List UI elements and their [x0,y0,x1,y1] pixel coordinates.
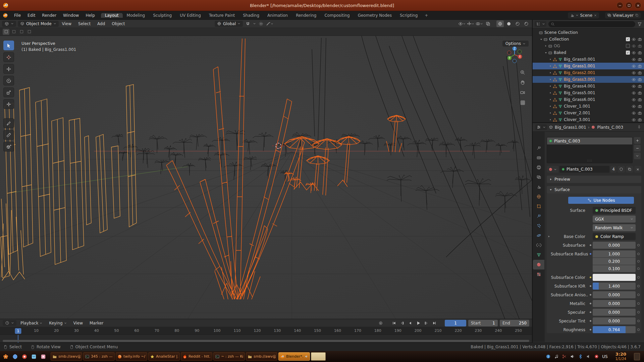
tool-move-button[interactable] [3,64,14,74]
shading-material-button[interactable] [514,20,521,27]
overlays-dropdown[interactable] [476,20,483,27]
menu-dropdown[interactable]: GGX [593,216,636,223]
launcher-redapp-icon[interactable] [20,352,29,361]
decorator-dot[interactable] [636,267,641,270]
outliner-editor-type-button[interactable] [535,21,546,27]
prev-keyframe-button[interactable] [398,320,406,326]
eye-icon[interactable] [632,98,636,102]
slot-specials-button[interactable] [634,153,641,159]
decorator-dot[interactable] [636,328,641,331]
material-name-field[interactable]: Plants_C.003 [559,166,609,173]
properties-tab-tool[interactable] [533,143,544,153]
tray-speaker-icon[interactable] [570,354,575,359]
tab-layout[interactable]: Layout [101,13,123,18]
outliner-item-label[interactable]: Baked [554,50,566,55]
outliner-item-label[interactable]: OG [554,44,560,48]
exclude-checkbox[interactable] [626,44,630,48]
viewlayer-selector[interactable]: ViewLayer [605,12,641,18]
surface-panel-header[interactable]: Surface [547,186,641,193]
decorator-dot[interactable] [636,320,641,322]
collapse-arrow-icon[interactable] [543,51,548,54]
properties-tab-scene[interactable] [533,182,544,192]
expand-arrow-icon[interactable] [548,98,553,101]
camera-icon[interactable] [638,44,642,48]
decorator-dot[interactable] [636,253,641,255]
exclude-checkbox[interactable]: ✓ [626,37,630,41]
outliner-row-big-grass6-001[interactable]: Big_Grass6.001 [533,96,644,103]
expand-arrow-icon[interactable] [543,45,548,47]
eye-icon[interactable] [632,77,636,82]
visibility-dropdown[interactable] [458,20,466,27]
outliner-item-label[interactable]: Clover_3.001 [564,117,590,122]
viewport-menu-add[interactable]: Add [94,21,108,26]
tool-select-button[interactable] [3,41,14,50]
list-resize-grip[interactable]: :::: [587,159,592,162]
tray-info-icon[interactable] [546,354,551,359]
snap-options-chevron[interactable] [253,22,256,25]
outliner-row-clover-1-001[interactable]: Clover_1.001 [533,103,644,110]
tool-scale-button[interactable] [3,87,14,97]
launcher-pinkapp-icon[interactable] [39,352,48,361]
camera-view-button[interactable] [518,88,527,97]
use-nodes-button[interactable]: Use Nodes [568,197,634,204]
remove-slot-button[interactable] [634,145,641,152]
tool-measure-button[interactable] [3,130,14,140]
tool-rotate-button[interactable] [3,76,14,85]
proportional-edit-toggle[interactable] [257,20,265,27]
value-field[interactable]: 0.100 [593,265,636,272]
slider-field[interactable]: 1.400 [593,283,636,290]
menu-window[interactable]: Window [60,13,82,18]
viewport-canvas[interactable] [0,36,532,319]
expand-arrow-icon[interactable] [548,58,553,61]
menu-help[interactable]: Help [82,13,98,18]
outliner-row-og[interactable]: OG [533,43,644,49]
taskbar-window-smb-awv-[interactable]: smb://awv@... [51,352,82,361]
close-button[interactable] [635,2,641,9]
mode-dropdown[interactable]: Object Mode [18,21,59,27]
expand-arrow-icon[interactable] [548,112,553,114]
outliner-item-label[interactable]: Big_Grass4.001 [564,84,595,88]
outliner-item-label[interactable]: Clover_1.001 [564,104,590,109]
collapse-arrow-icon[interactable] [539,38,543,41]
tab-shading[interactable]: Shading [239,13,263,18]
material-slot-list[interactable]: Plants_C.003 :::: [547,137,633,163]
camera-icon[interactable] [638,91,642,95]
launcher-globeblue-icon[interactable] [11,352,19,361]
properties-editor-type-button[interactable] [535,124,547,130]
menu-render[interactable]: Render [39,13,60,18]
frame-start-field[interactable]: Start1 [468,320,498,326]
shading-solid-button[interactable] [505,20,513,27]
tray-badge-icon[interactable] [594,354,599,359]
outliner-item-label[interactable]: Big_Grass2.001 [564,70,595,75]
new-viewlayer-icon[interactable] [635,13,639,17]
properties-tab-physics[interactable] [533,231,544,240]
tab-texture-paint[interactable]: Texture Paint [205,13,239,18]
launcher-blueapp-icon[interactable] [30,352,38,361]
exclude-checkbox[interactable]: ✓ [626,51,630,55]
timeline-ruler[interactable]: 1 10203040506070809010011012013014015016… [0,327,532,335]
node-field[interactable]: Principled BSDF [593,207,636,214]
transform-orientation-dropdown[interactable]: Global [215,21,243,27]
eye-icon[interactable] [632,64,636,68]
camera-icon[interactable] [638,98,642,102]
outliner-row-big-grass2-001[interactable]: Big_Grass2.001 [533,69,644,76]
show-desktop-button[interactable] [634,353,640,360]
outliner-item-label[interactable]: Collection [549,37,569,42]
menu-file[interactable]: File [11,13,24,18]
timeline-scrollbar[interactable] [3,340,529,342]
viewport-3d[interactable]: User Perspective (1) Baked | Big_Grass1.… [0,36,532,319]
eye-icon[interactable] [632,57,636,62]
playhead-badge[interactable]: 1 [15,328,21,334]
taskbar-window-345-zsh-[interactable]: 345 : zsh — ... [83,352,115,361]
new-material-button[interactable] [626,166,633,173]
expand-arrow-icon[interactable] [548,71,553,74]
shading-rendered-button[interactable] [523,20,530,27]
camera-icon[interactable] [638,37,642,42]
taskbar-window--zsh-ko-[interactable]: ~ : zsh — Ko... [213,352,245,361]
camera-icon[interactable] [638,104,642,109]
navigation-gizmo[interactable]: Z X Y [505,45,524,64]
decorator-dot[interactable] [636,294,641,296]
outliner-item-label[interactable]: Big_Grass6.001 [564,97,595,102]
outliner-item-label[interactable]: Scene Collection [544,30,578,35]
eye-icon[interactable] [632,111,636,115]
